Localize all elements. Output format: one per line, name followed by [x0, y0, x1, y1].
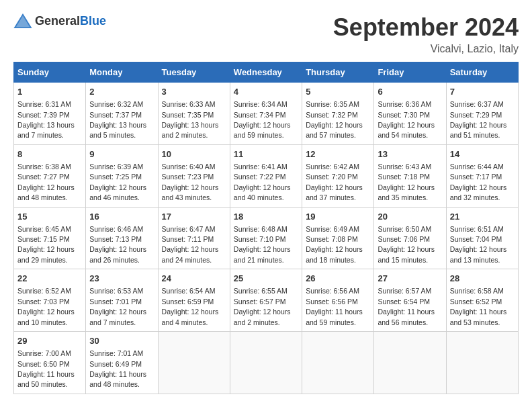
- day-number: 18: [234, 211, 298, 223]
- day-info: Sunrise: 6:31 AMSunset: 7:39 PMDaylight:…: [17, 100, 75, 139]
- day-info: Sunrise: 6:54 AMSunset: 6:59 PMDaylight:…: [162, 287, 219, 326]
- day-number: 13: [378, 148, 442, 161]
- calendar-cell: [374, 332, 446, 394]
- day-number: 2: [89, 86, 154, 98]
- calendar-table: SundayMondayTuesdayWednesdayThursdayFrid…: [13, 62, 519, 394]
- calendar-header-row: SundayMondayTuesdayWednesdayThursdayFrid…: [14, 62, 519, 83]
- calendar-cell: 23Sunrise: 6:53 AMSunset: 7:01 PMDayligh…: [86, 269, 158, 332]
- day-number: 27: [378, 273, 442, 285]
- calendar-cell: 16Sunrise: 6:46 AMSunset: 7:13 PMDayligh…: [86, 207, 158, 269]
- day-number: 24: [162, 273, 226, 285]
- day-number: 22: [17, 273, 82, 285]
- calendar-cell: 5Sunrise: 6:35 AMSunset: 7:32 PMDaylight…: [302, 83, 374, 145]
- day-info: Sunrise: 6:56 AMSunset: 6:56 PMDaylight:…: [306, 287, 363, 326]
- day-number: 25: [234, 273, 298, 285]
- column-header-saturday: Saturday: [446, 62, 518, 83]
- day-info: Sunrise: 6:36 AMSunset: 7:30 PMDaylight:…: [378, 100, 435, 139]
- day-info: Sunrise: 6:37 AMSunset: 7:29 PMDaylight:…: [450, 100, 507, 139]
- day-info: Sunrise: 6:38 AMSunset: 7:27 PMDaylight:…: [17, 163, 75, 201]
- day-info: Sunrise: 6:52 AMSunset: 7:03 PMDaylight:…: [17, 287, 75, 326]
- day-number: 21: [450, 211, 515, 223]
- calendar-cell: 25Sunrise: 6:55 AMSunset: 6:57 PMDayligh…: [230, 269, 302, 332]
- calendar-cell: [302, 332, 374, 394]
- day-number: 4: [234, 86, 298, 98]
- day-info: Sunrise: 6:33 AMSunset: 7:35 PMDaylight:…: [162, 100, 219, 139]
- calendar-cell: 13Sunrise: 6:43 AMSunset: 7:18 PMDayligh…: [374, 144, 446, 207]
- day-info: Sunrise: 6:32 AMSunset: 7:37 PMDaylight:…: [89, 100, 146, 139]
- day-number: 11: [234, 148, 298, 161]
- day-number: 10: [162, 148, 226, 161]
- page-header: GeneralBlue September 2024 Vicalvi, Lazi…: [13, 13, 519, 55]
- calendar-cell: 21Sunrise: 6:51 AMSunset: 7:04 PMDayligh…: [446, 207, 518, 269]
- day-info: Sunrise: 6:40 AMSunset: 7:23 PMDaylight:…: [162, 163, 219, 201]
- day-info: Sunrise: 6:50 AMSunset: 7:06 PMDaylight:…: [378, 225, 435, 264]
- day-number: 14: [450, 148, 515, 161]
- location: Vicalvi, Lazio, Italy: [333, 43, 519, 55]
- column-header-thursday: Thursday: [302, 62, 374, 83]
- calendar-cell: 18Sunrise: 6:48 AMSunset: 7:10 PMDayligh…: [230, 207, 302, 269]
- logo: GeneralBlue: [13, 13, 106, 28]
- calendar-cell: 7Sunrise: 6:37 AMSunset: 7:29 PMDaylight…: [446, 83, 518, 145]
- calendar-cell: [230, 332, 302, 394]
- week-row-2: 8Sunrise: 6:38 AMSunset: 7:27 PMDaylight…: [14, 144, 519, 207]
- day-info: Sunrise: 6:35 AMSunset: 7:32 PMDaylight:…: [306, 100, 363, 139]
- day-number: 7: [450, 86, 515, 98]
- calendar-cell: 4Sunrise: 6:34 AMSunset: 7:34 PMDaylight…: [230, 83, 302, 145]
- calendar-cell: 26Sunrise: 6:56 AMSunset: 6:56 PMDayligh…: [302, 269, 374, 332]
- title-block: September 2024 Vicalvi, Lazio, Italy: [333, 13, 519, 55]
- day-number: 6: [378, 86, 442, 98]
- day-number: 15: [17, 211, 82, 223]
- logo-text: GeneralBlue: [35, 14, 106, 28]
- day-info: Sunrise: 7:01 AMSunset: 6:49 PMDaylight:…: [89, 349, 146, 388]
- day-info: Sunrise: 6:57 AMSunset: 6:54 PMDaylight:…: [378, 287, 435, 326]
- calendar-cell: 27Sunrise: 6:57 AMSunset: 6:54 PMDayligh…: [374, 269, 446, 332]
- calendar-cell: 28Sunrise: 6:58 AMSunset: 6:52 PMDayligh…: [446, 269, 518, 332]
- day-number: 28: [450, 273, 515, 285]
- day-info: Sunrise: 6:34 AMSunset: 7:34 PMDaylight:…: [234, 100, 291, 139]
- day-number: 12: [306, 148, 370, 161]
- calendar-cell: 1Sunrise: 6:31 AMSunset: 7:39 PMDaylight…: [14, 83, 86, 145]
- column-header-sunday: Sunday: [14, 62, 86, 83]
- column-header-friday: Friday: [374, 62, 446, 83]
- day-info: Sunrise: 6:48 AMSunset: 7:10 PMDaylight:…: [234, 225, 291, 264]
- calendar-cell: 20Sunrise: 6:50 AMSunset: 7:06 PMDayligh…: [374, 207, 446, 269]
- column-header-monday: Monday: [86, 62, 158, 83]
- day-number: 3: [162, 86, 226, 98]
- calendar-cell: 12Sunrise: 6:42 AMSunset: 7:20 PMDayligh…: [302, 144, 374, 207]
- day-info: Sunrise: 6:46 AMSunset: 7:13 PMDaylight:…: [89, 225, 146, 264]
- day-number: 5: [306, 86, 370, 98]
- logo-icon: [13, 13, 32, 28]
- day-number: 19: [306, 211, 370, 223]
- calendar-body: 1Sunrise: 6:31 AMSunset: 7:39 PMDaylight…: [14, 83, 519, 394]
- day-info: Sunrise: 7:00 AMSunset: 6:50 PMDaylight:…: [17, 349, 75, 388]
- calendar-cell: 2Sunrise: 6:32 AMSunset: 7:37 PMDaylight…: [86, 83, 158, 145]
- day-number: 17: [162, 211, 226, 223]
- day-number: 23: [89, 273, 154, 285]
- column-header-tuesday: Tuesday: [158, 62, 230, 83]
- day-info: Sunrise: 6:47 AMSunset: 7:11 PMDaylight:…: [162, 225, 219, 264]
- day-info: Sunrise: 6:43 AMSunset: 7:18 PMDaylight:…: [378, 163, 435, 201]
- day-info: Sunrise: 6:53 AMSunset: 7:01 PMDaylight:…: [89, 287, 146, 326]
- calendar-cell: 30Sunrise: 7:01 AMSunset: 6:49 PMDayligh…: [86, 332, 158, 394]
- day-info: Sunrise: 6:55 AMSunset: 6:57 PMDaylight:…: [234, 287, 291, 326]
- week-row-3: 15Sunrise: 6:45 AMSunset: 7:15 PMDayligh…: [14, 207, 519, 269]
- day-info: Sunrise: 6:51 AMSunset: 7:04 PMDaylight:…: [450, 225, 507, 264]
- calendar-cell: 6Sunrise: 6:36 AMSunset: 7:30 PMDaylight…: [374, 83, 446, 145]
- week-row-5: 29Sunrise: 7:00 AMSunset: 6:50 PMDayligh…: [14, 332, 519, 394]
- day-info: Sunrise: 6:39 AMSunset: 7:25 PMDaylight:…: [89, 163, 146, 201]
- calendar-cell: 29Sunrise: 7:00 AMSunset: 6:50 PMDayligh…: [14, 332, 86, 394]
- day-info: Sunrise: 6:49 AMSunset: 7:08 PMDaylight:…: [306, 225, 363, 264]
- calendar-cell: [158, 332, 230, 394]
- calendar-cell: 17Sunrise: 6:47 AMSunset: 7:11 PMDayligh…: [158, 207, 230, 269]
- day-info: Sunrise: 6:44 AMSunset: 7:17 PMDaylight:…: [450, 163, 507, 201]
- calendar-cell: 24Sunrise: 6:54 AMSunset: 6:59 PMDayligh…: [158, 269, 230, 332]
- day-number: 29: [17, 335, 82, 347]
- calendar-cell: 14Sunrise: 6:44 AMSunset: 7:17 PMDayligh…: [446, 144, 518, 207]
- calendar-cell: 11Sunrise: 6:41 AMSunset: 7:22 PMDayligh…: [230, 144, 302, 207]
- calendar-cell: 19Sunrise: 6:49 AMSunset: 7:08 PMDayligh…: [302, 207, 374, 269]
- calendar-cell: 9Sunrise: 6:39 AMSunset: 7:25 PMDaylight…: [86, 144, 158, 207]
- week-row-4: 22Sunrise: 6:52 AMSunset: 7:03 PMDayligh…: [14, 269, 519, 332]
- day-number: 20: [378, 211, 442, 223]
- day-number: 30: [89, 335, 154, 347]
- calendar-cell: [446, 332, 518, 394]
